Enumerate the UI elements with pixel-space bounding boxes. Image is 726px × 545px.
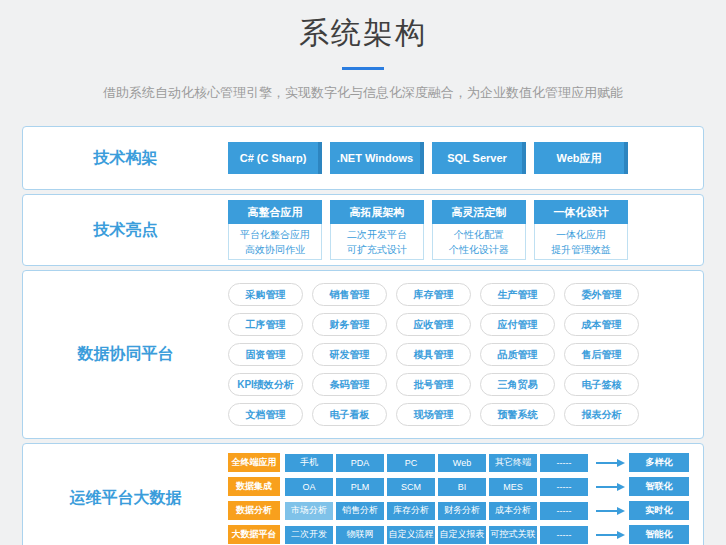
ops-chip: PLM: [336, 478, 384, 496]
data-platform-panel: 数据协同平台 采购管理 销售管理 库存管理 生产管理 委外管理 工序管理 财务管…: [22, 270, 704, 439]
module-chip: KPI绩效分析: [228, 373, 303, 396]
ops-chip: 物联网: [336, 526, 384, 544]
tech-stack-label: 技术构架: [23, 127, 228, 189]
ops-chip: SCM: [387, 478, 435, 496]
tech-stack-button-csharp: C# (C Sharp): [228, 142, 322, 174]
module-chip: 品质管理: [480, 343, 555, 366]
ops-chip: 财务分析: [438, 502, 486, 520]
module-chip: 应收管理: [396, 313, 471, 336]
tech-stack-button-dotnet: .NET Windows: [330, 142, 424, 174]
module-chip: 批号管理: [396, 373, 471, 396]
ops-result-badge: 多样化: [629, 453, 689, 472]
right-arrow-icon: [596, 486, 618, 488]
module-chip: 模具管理: [396, 343, 471, 366]
module-chip: 应付管理: [480, 313, 555, 336]
highlight-cards: 高整合应用 平台化整合应用 高效协同作业 高拓展架构 二次开发平台 可扩充式设计…: [228, 195, 628, 265]
page-title: 系统架构: [0, 13, 726, 54]
panels-container: 技术构架 C# (C Sharp) .NET Windows SQL Serve…: [22, 126, 704, 545]
tech-stack-button-sqlserver: SQL Server: [432, 142, 526, 174]
module-chip: 电子签核: [564, 373, 639, 396]
ops-row-terminals: 全终端应用 手机 PDA PC Web 其它终端 ----- 多样化: [228, 453, 689, 472]
module-chip: 预警系统: [480, 403, 555, 426]
ops-chip: MES: [489, 478, 537, 496]
highlights-label: 技术亮点: [23, 195, 228, 265]
ops-chip: PDA: [336, 454, 384, 472]
data-platform-grid: 采购管理 销售管理 库存管理 生产管理 委外管理 工序管理 财务管理 应收管理 …: [228, 271, 658, 438]
ops-chip: 销售分析: [336, 502, 384, 520]
module-chip: 研发管理: [312, 343, 387, 366]
ops-chip-ellipsis: -----: [540, 454, 588, 472]
ops-chip: 库存分析: [387, 502, 435, 520]
ops-row-integration: 数据集成 OA PLM SCM BI MES ----- 智联化: [228, 477, 689, 496]
module-chip: 委外管理: [564, 283, 639, 306]
tech-stack-button-web: Web应用: [534, 142, 628, 174]
ops-platform-rows: 全终端应用 手机 PDA PC Web 其它终端 ----- 多样化 数据集成 …: [228, 444, 689, 545]
highlight-card-title: 高整合应用: [228, 200, 322, 224]
highlight-card: 高灵活定制 个性化配置 个性化设计器: [432, 200, 526, 260]
module-chip: 现场管理: [396, 403, 471, 426]
highlight-card-body: 二次开发平台 可扩充式设计: [330, 224, 424, 260]
ops-chip-ellipsis: -----: [540, 478, 588, 496]
module-chip: 条码管理: [312, 373, 387, 396]
highlight-card-line: 平台化整合应用: [229, 227, 321, 242]
right-arrow-icon: [596, 462, 618, 464]
highlight-card-title: 高拓展架构: [330, 200, 424, 224]
ops-chip: OA: [285, 478, 333, 496]
tech-stack-panel: 技术构架 C# (C Sharp) .NET Windows SQL Serve…: [22, 126, 704, 190]
highlight-card-line: 个性化配置: [433, 227, 525, 242]
ops-result-badge: 智联化: [629, 477, 689, 496]
right-arrow-icon: [596, 510, 618, 512]
module-chip: 销售管理: [312, 283, 387, 306]
ops-chip-ellipsis: -----: [540, 502, 588, 520]
ops-chip: 二次开发: [285, 526, 333, 544]
ops-category-badge: 数据分析: [228, 501, 280, 520]
ops-platform-panel: 运维平台大数据 全终端应用 手机 PDA PC Web 其它终端 ----- 多…: [22, 443, 704, 545]
page-header: 系统架构 借助系统自动化核心管理引擎，实现数字化与信息化深度融合，为企业数值化管…: [0, 0, 726, 102]
ops-chip: PC: [387, 454, 435, 472]
highlight-card: 一体化设计 一体化应用 提升管理效益: [534, 200, 628, 260]
ops-category-badge: 全终端应用: [228, 453, 280, 472]
ops-category-badge: 大数据平台: [228, 525, 280, 544]
highlight-card-line: 高效协同作业: [229, 242, 321, 257]
module-chip: 报表分析: [564, 403, 639, 426]
ops-result-badge: 实时化: [629, 501, 689, 520]
highlight-card-line: 一体化应用: [535, 227, 627, 242]
ops-row-analysis: 数据分析 市场分析 销售分析 库存分析 财务分析 成本分析 ----- 实时化: [228, 501, 689, 520]
module-chip: 库存管理: [396, 283, 471, 306]
module-chip: 生产管理: [480, 283, 555, 306]
highlight-card-body: 一体化应用 提升管理效益: [534, 224, 628, 260]
highlight-card-line: 可扩充式设计: [331, 242, 423, 257]
page-subtitle: 借助系统自动化核心管理引擎，实现数字化与信息化深度融合，为企业数值化管理应用赋能: [0, 84, 726, 102]
ops-platform-label: 运维平台大数据: [23, 444, 228, 545]
right-arrow-icon: [596, 534, 618, 536]
module-chip: 采购管理: [228, 283, 303, 306]
highlight-card: 高整合应用 平台化整合应用 高效协同作业: [228, 200, 322, 260]
ops-chip-ellipsis: -----: [540, 526, 588, 544]
ops-chip: 自定义报表: [438, 526, 486, 544]
ops-row-bigdata: 大数据平台 二次开发 物联网 自定义流程 自定义报表 可控式关联 ----- 智…: [228, 525, 689, 544]
ops-chip: BI: [438, 478, 486, 496]
highlights-panel: 技术亮点 高整合应用 平台化整合应用 高效协同作业 高拓展架构 二次开发平台 可…: [22, 194, 704, 266]
highlight-card-title: 高灵活定制: [432, 200, 526, 224]
highlight-card-line: 个性化设计器: [433, 242, 525, 257]
module-chip: 成本管理: [564, 313, 639, 336]
module-chip: 固资管理: [228, 343, 303, 366]
module-chip: 文档管理: [228, 403, 303, 426]
data-platform-label: 数据协同平台: [23, 271, 228, 438]
highlight-card-title: 一体化设计: [534, 200, 628, 224]
module-chip: 三角贸易: [480, 373, 555, 396]
ops-result-badge: 智能化: [629, 525, 689, 544]
highlight-card-body: 平台化整合应用 高效协同作业: [228, 224, 322, 260]
module-chip: 工序管理: [228, 313, 303, 336]
ops-chip: 可控式关联: [489, 526, 537, 544]
ops-chip: 市场分析: [285, 502, 333, 520]
ops-chip: 手机: [285, 454, 333, 472]
ops-category-badge: 数据集成: [228, 477, 280, 496]
ops-chip: 其它终端: [489, 454, 537, 472]
highlight-card-body: 个性化配置 个性化设计器: [432, 224, 526, 260]
ops-chip: 成本分析: [489, 502, 537, 520]
module-chip: 电子看板: [312, 403, 387, 426]
highlight-card: 高拓展架构 二次开发平台 可扩充式设计: [330, 200, 424, 260]
highlight-card-line: 二次开发平台: [331, 227, 423, 242]
title-underline: [342, 67, 384, 70]
